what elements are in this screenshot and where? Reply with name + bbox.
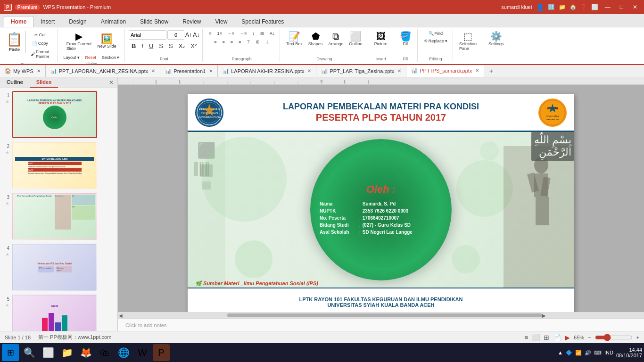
tab-design[interactable]: Design xyxy=(62,16,93,27)
presentation-taskbar-icon[interactable]: P xyxy=(153,344,170,361)
outline-view-icon[interactable]: ≡ xyxy=(524,334,528,341)
align-center-button[interactable]: ≡ xyxy=(220,39,227,45)
numbering-button[interactable]: 1≡ xyxy=(215,30,224,37)
align-left-button[interactable]: ≡ xyxy=(212,39,219,45)
font-size-increase[interactable]: A↑ xyxy=(185,32,192,38)
slideshow-icon[interactable]: ▶ xyxy=(565,334,570,341)
underline-button[interactable]: U xyxy=(147,41,156,50)
shadow-button[interactable]: S xyxy=(166,41,175,50)
slides-tab[interactable]: Slides xyxy=(30,77,58,88)
slide-thumb-5[interactable]: Grafik xyxy=(12,295,97,331)
slide-item-5[interactable]: 5 ★ Grafik xyxy=(3,295,115,331)
close-button[interactable]: ✕ xyxy=(630,3,640,11)
file-explorer-icon[interactable]: 📁 xyxy=(58,344,75,361)
tab-view[interactable]: View xyxy=(208,16,235,27)
cut-button[interactable]: ✂ Cut xyxy=(32,32,48,38)
zoom-slider[interactable] xyxy=(595,334,633,341)
decrease-indent-button[interactable]: ←≡ xyxy=(225,30,237,37)
zoom-in-button[interactable]: + xyxy=(636,335,639,340)
notes-area[interactable]: Click to add notes xyxy=(118,319,644,331)
font-size-decrease[interactable]: A↓ xyxy=(193,32,199,38)
superscript-button[interactable]: X² xyxy=(188,41,199,50)
tab-review[interactable]: Review xyxy=(175,16,208,27)
file-tab-1[interactable]: 📊 Presentation1 ✕ xyxy=(160,65,218,77)
slide-thumb-4[interactable]: Perbedaan IPS dan Ilmu Sosial IPS mencak… xyxy=(12,244,97,291)
justify-button[interactable]: ≡ xyxy=(236,39,243,45)
subscript-button[interactable]: X₂ xyxy=(176,41,188,50)
search-taskbar-icon[interactable]: 🔍 xyxy=(21,344,38,361)
outline-button[interactable]: ⬜ Outline xyxy=(347,30,365,48)
layout-button[interactable]: Layout ▾ xyxy=(61,54,82,61)
ribbon-group-settings: ⚙️ Settings xyxy=(483,29,509,62)
horizontal-scrollbar[interactable]: ◀ ▶ xyxy=(118,312,644,319)
zoom-out-button[interactable]: − xyxy=(588,335,591,340)
scroll-thumb[interactable] xyxy=(227,313,542,317)
from-current-slide-button[interactable]: ▶ From CurrentSlide xyxy=(64,30,94,52)
outline-tab[interactable]: Outline xyxy=(0,77,30,88)
firefox-icon[interactable]: 🦊 xyxy=(77,344,94,361)
maximize-button[interactable]: □ xyxy=(617,3,626,11)
find-button[interactable]: 🔍 Find xyxy=(426,30,446,37)
shapes-button[interactable]: ⬟ Shapes xyxy=(306,30,325,48)
slide-thumb-2[interactable]: MATERI BELANG ILMU BABI Hakikat Pendidik… xyxy=(12,142,97,189)
columns-button[interactable]: ⊞ xyxy=(258,30,266,37)
format-painter-button[interactable]: 🖌 FormatPainter xyxy=(28,49,52,60)
slide-item-4[interactable]: 4 ★ Perbedaan IPS dan Ilmu Sosial IPS me… xyxy=(3,244,115,291)
start-button[interactable]: ⊞ xyxy=(2,344,19,361)
copy-button[interactable]: 📄 Copy xyxy=(30,40,50,47)
slide-panel-close[interactable]: ✕ xyxy=(105,77,117,88)
align-middle-button[interactable]: ⊞ xyxy=(254,39,262,45)
minimize-button[interactable]: — xyxy=(602,3,613,11)
slide-thumb-1[interactable]: LAPORAN PEMBEKALAN MATERI PRA KONDISI PE… xyxy=(12,91,97,138)
line-spacing-button[interactable]: ↕ xyxy=(250,30,257,37)
wps-taskbar-icon[interactable]: W xyxy=(134,344,151,361)
task-view-icon[interactable]: ⬜ xyxy=(40,344,57,361)
file-tab-0[interactable]: 📊 PPT_LAPORAN_AKHIR_ZESINA.pptx ✕ xyxy=(46,65,161,77)
file-tab-2[interactable]: 📊 LAPORAN AKHIR ZESINA.pptx ✕ xyxy=(218,65,316,77)
slide-sorter-icon[interactable]: ⊞ xyxy=(544,334,549,341)
reset-button[interactable]: Reset xyxy=(83,54,99,61)
svg-rect-35 xyxy=(542,197,549,225)
scroll-right-btn[interactable]: ▶ xyxy=(542,313,546,318)
strikethrough-button[interactable]: S xyxy=(157,41,165,50)
paste-button[interactable]: 📋 Paste xyxy=(5,31,26,53)
tab-special[interactable]: Special Features xyxy=(234,16,291,27)
store-icon[interactable]: 🛍 xyxy=(96,344,113,361)
tab-insert[interactable]: Insert xyxy=(33,16,62,27)
align-bottom-button[interactable]: ⊥ xyxy=(263,39,272,45)
slide-thumb-3[interactable]: Peta Konsep Ilmu Pengetahuan Sosial Cont… xyxy=(12,193,97,240)
file-tab-active[interactable]: 📊 PPT IPS_sumardi.pptx ✕ xyxy=(406,65,484,77)
section-button[interactable]: Section ▾ xyxy=(99,54,122,61)
reading-view-icon[interactable]: 📄 xyxy=(553,334,561,341)
fill-button[interactable]: 🪣 Fill xyxy=(397,30,414,48)
tab-home[interactable]: Home xyxy=(4,16,33,27)
canvas-scroll[interactable]: ⬛ ⬛ ⬛ ‖‖‖ KEMENTERIAN PENDIDIKAN DA xyxy=(118,85,644,312)
align-top-button[interactable]: ⊤ xyxy=(244,39,253,45)
arrange-button[interactable]: ⧉ Arrange xyxy=(326,30,346,48)
scroll-left-btn[interactable]: ◀ xyxy=(119,313,123,318)
text-direction-button[interactable]: A↕ xyxy=(267,30,277,37)
settings-button[interactable]: ⚙️ Settings xyxy=(486,30,506,48)
align-right-button[interactable]: ≡ xyxy=(228,39,235,45)
slide-item-3[interactable]: 3 ★ Peta Konsep Ilmu Pengetahuan Sosial … xyxy=(3,193,115,240)
new-tab-button[interactable]: ＋ xyxy=(484,67,498,75)
replace-button[interactable]: ⟲ Replace ▾ xyxy=(421,38,450,44)
text-box-button[interactable]: 📝 Text Box xyxy=(284,30,305,48)
normal-view-icon[interactable]: ⬜ xyxy=(532,334,540,341)
bullets-button[interactable]: ≡ xyxy=(206,30,214,37)
italic-button[interactable]: I xyxy=(139,41,146,50)
file-tab-mywps[interactable]: 🏠 My WPS ✕ xyxy=(0,65,46,77)
tab-slideshow[interactable]: Slide Show xyxy=(133,16,175,27)
tab-animation[interactable]: Animation xyxy=(94,16,133,27)
bold-button[interactable]: B xyxy=(129,41,138,50)
font-size-input[interactable] xyxy=(167,30,184,40)
picture-button[interactable]: 🖼 Picture xyxy=(372,30,390,48)
selection-pane-button[interactable]: ⬚ SelectionPane xyxy=(457,30,479,52)
slide-item-2[interactable]: 2 ★ MATERI BELANG ILMU BABI Hakikat Pend… xyxy=(3,142,115,189)
new-slide-button[interactable]: 🖼️ New Slide xyxy=(95,33,119,50)
file-tab-3[interactable]: 📊 PPT_LAP. Tiga_Zesina.pptx ✕ xyxy=(316,65,406,77)
increase-indent-button[interactable]: →≡ xyxy=(238,30,249,37)
edge-icon[interactable]: 🌐 xyxy=(115,344,132,361)
slide-item-1[interactable]: 1 ★ LAPORAN PEMBEKALAN MATERI PRA KONDIS… xyxy=(3,91,115,138)
font-name-input[interactable] xyxy=(129,30,166,40)
